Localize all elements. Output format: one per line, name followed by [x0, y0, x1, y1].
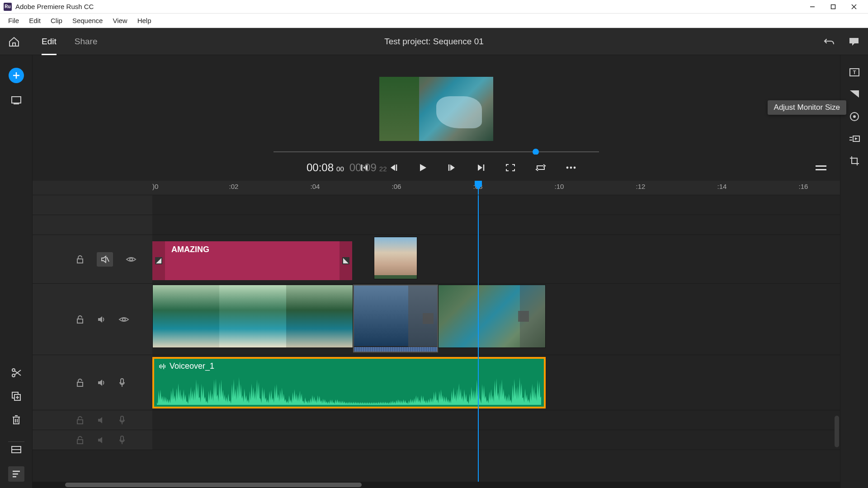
title-track-body[interactable]: AMAZING: [152, 235, 840, 283]
svg-text:T: T: [853, 70, 856, 75]
scrub-knob[interactable]: [533, 149, 539, 155]
fade-in-icon[interactable]: [155, 257, 162, 264]
more-icon[interactable]: [566, 166, 576, 169]
lock-icon[interactable]: [76, 315, 84, 324]
scissors-icon[interactable]: [11, 367, 22, 378]
mic-icon[interactable]: [118, 415, 126, 425]
svg-point-39: [123, 318, 125, 321]
menu-help[interactable]: Help: [133, 15, 156, 26]
loop-icon[interactable]: [535, 164, 546, 172]
svg-line-34: [107, 257, 109, 262]
right-sidebar: T Adjust Monitor Size: [840, 55, 868, 488]
mic-icon[interactable]: [118, 378, 126, 388]
timecode-duration: 00:09: [349, 161, 377, 174]
ruler-tick: :06: [392, 183, 401, 190]
lock-icon[interactable]: [76, 255, 84, 264]
lock-icon[interactable]: [76, 378, 84, 387]
home-icon[interactable]: [8, 36, 20, 47]
play-icon[interactable]: [418, 163, 428, 173]
audio-track: Voiceover_1: [33, 355, 840, 410]
titles-icon[interactable]: T: [849, 68, 860, 77]
pip-audio-strip: [374, 275, 417, 279]
lock-icon[interactable]: [76, 436, 84, 445]
mute-icon[interactable]: [97, 252, 113, 267]
menu-sequence[interactable]: Sequence: [68, 15, 108, 26]
visibility-icon[interactable]: [126, 256, 137, 263]
menu-clip[interactable]: Clip: [46, 15, 67, 26]
menubar: File Edit Clip Sequence View Help: [0, 14, 868, 28]
close-button[interactable]: [844, 0, 864, 14]
audio-track-body[interactable]: Voiceover_1: [152, 355, 840, 410]
title-clip[interactable]: AMAZING: [152, 241, 352, 280]
svg-marker-57: [855, 137, 858, 140]
visibility-icon[interactable]: [118, 316, 129, 323]
fullscreen-icon[interactable]: [505, 164, 515, 172]
video-track: [33, 284, 840, 355]
go-to-end-icon[interactable]: [476, 163, 486, 172]
window-title: Adobe Premiere Rush CC: [15, 3, 802, 10]
app-logo: Ru: [4, 3, 12, 11]
pip-clip[interactable]: [374, 237, 417, 279]
title-clip-label: AMAZING: [171, 245, 209, 254]
step-back-icon[interactable]: [389, 163, 398, 172]
app-bar: Edit Share Test project: Sequence 01: [0, 28, 868, 55]
speaker-icon[interactable]: [97, 416, 106, 425]
window-titlebar: Ru Adobe Premiere Rush CC: [0, 0, 868, 14]
left-sidebar: [0, 55, 33, 488]
speed-icon[interactable]: [849, 135, 860, 143]
monitor-size-icon[interactable]: [816, 165, 826, 170]
monitor-area: [33, 55, 840, 155]
timecode-current: 00:08: [307, 161, 334, 174]
duplicate-icon[interactable]: [11, 391, 22, 402]
video-clip-1[interactable]: [152, 285, 353, 348]
speaker-icon[interactable]: [97, 315, 106, 324]
waveform-icon: [159, 363, 166, 370]
tab-edit[interactable]: Edit: [33, 28, 66, 55]
undo-icon[interactable]: [824, 37, 835, 47]
timeline-vertical-scrollbar[interactable]: [835, 416, 839, 447]
transition-icon[interactable]: [423, 313, 434, 324]
expand-tracks-icon[interactable]: [11, 446, 22, 454]
trash-icon[interactable]: [11, 414, 21, 425]
speaker-icon[interactable]: [97, 378, 106, 387]
playhead[interactable]: [478, 195, 479, 482]
ruler-tick: :10: [555, 183, 564, 190]
track-options-icon[interactable]: [8, 466, 24, 482]
color-icon[interactable]: [849, 111, 860, 122]
transitions-icon[interactable]: [849, 89, 860, 99]
video-clip-2[interactable]: [353, 285, 438, 352]
add-media-button[interactable]: [9, 68, 24, 83]
voiceover-clip[interactable]: Voiceover_1: [152, 357, 546, 408]
menu-view[interactable]: View: [108, 15, 132, 26]
scrub-track[interactable]: [274, 151, 599, 152]
video-track-body[interactable]: [152, 284, 840, 355]
track-empty-top-1: [33, 195, 840, 215]
speaker-icon[interactable]: [97, 436, 106, 445]
maximize-button[interactable]: [823, 0, 844, 14]
menu-edit[interactable]: Edit: [24, 15, 45, 26]
minimize-button[interactable]: [802, 0, 823, 14]
scrollbar-thumb[interactable]: [65, 483, 362, 487]
tracks-container: AMAZING: [33, 195, 840, 482]
time-ruler[interactable]: )0:02:04:06:08:10:12:14:16: [33, 181, 840, 195]
svg-point-31: [570, 167, 572, 169]
tab-share[interactable]: Share: [66, 28, 107, 55]
transition-icon[interactable]: [518, 311, 529, 322]
svg-rect-1: [831, 5, 835, 9]
step-forward-icon[interactable]: [448, 163, 457, 172]
playhead-ruler[interactable]: [478, 181, 479, 195]
feedback-icon[interactable]: [848, 37, 860, 47]
svg-marker-37: [343, 258, 349, 263]
lock-icon[interactable]: [76, 416, 84, 425]
scrub-bar[interactable]: [274, 149, 599, 155]
svg-marker-26: [450, 164, 455, 171]
video-clip-3[interactable]: [438, 285, 546, 348]
timeline-horizontal-scrollbar[interactable]: [33, 482, 840, 488]
mic-icon[interactable]: [118, 435, 126, 445]
project-panel-icon[interactable]: [11, 96, 22, 105]
menu-file[interactable]: File: [4, 15, 24, 26]
crop-icon[interactable]: [849, 155, 860, 166]
preview-monitor[interactable]: [379, 77, 493, 141]
fade-out-icon[interactable]: [342, 257, 349, 264]
svg-rect-38: [77, 319, 83, 323]
